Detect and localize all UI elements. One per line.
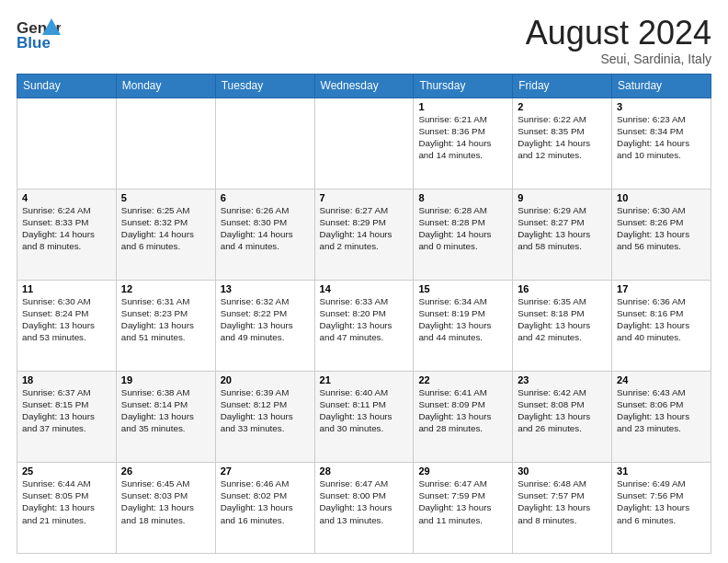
table-row bbox=[314, 98, 414, 189]
day-number: 1 bbox=[418, 101, 507, 112]
month-year: August 2024 bbox=[526, 15, 711, 52]
day-info: Sunrise: 6:22 AM Sunset: 8:35 PM Dayligh… bbox=[518, 113, 607, 162]
svg-text:Blue: Blue bbox=[17, 34, 51, 52]
page: General Blue August 2024 Seui, Sardinia,… bbox=[0, 0, 728, 563]
day-info: Sunrise: 6:37 AM Sunset: 8:15 PM Dayligh… bbox=[22, 386, 111, 435]
header: General Blue August 2024 Seui, Sardinia,… bbox=[17, 15, 711, 66]
day-info: Sunrise: 6:31 AM Sunset: 8:23 PM Dayligh… bbox=[121, 295, 210, 344]
day-info: Sunrise: 6:49 AM Sunset: 7:56 PM Dayligh… bbox=[617, 477, 706, 526]
day-info: Sunrise: 6:35 AM Sunset: 8:18 PM Dayligh… bbox=[518, 295, 607, 344]
day-number: 3 bbox=[617, 101, 706, 112]
col-saturday: Saturday bbox=[612, 74, 711, 98]
day-number: 27 bbox=[221, 465, 310, 477]
table-row: 17Sunrise: 6:36 AM Sunset: 8:16 PM Dayli… bbox=[612, 280, 711, 371]
day-info: Sunrise: 6:26 AM Sunset: 8:30 PM Dayligh… bbox=[221, 204, 310, 253]
table-row: 16Sunrise: 6:35 AM Sunset: 8:18 PM Dayli… bbox=[513, 280, 612, 371]
table-row: 12Sunrise: 6:31 AM Sunset: 8:23 PM Dayli… bbox=[116, 280, 215, 371]
day-number: 24 bbox=[617, 374, 706, 385]
table-row: 25Sunrise: 6:44 AM Sunset: 8:05 PM Dayli… bbox=[17, 462, 117, 553]
table-row bbox=[17, 98, 117, 189]
day-info: Sunrise: 6:32 AM Sunset: 8:22 PM Dayligh… bbox=[221, 295, 310, 344]
day-info: Sunrise: 6:30 AM Sunset: 8:26 PM Dayligh… bbox=[617, 204, 706, 253]
table-row: 9Sunrise: 6:29 AM Sunset: 8:27 PM Daylig… bbox=[513, 189, 612, 280]
day-number: 4 bbox=[22, 192, 111, 203]
table-row: 11Sunrise: 6:30 AM Sunset: 8:24 PM Dayli… bbox=[17, 280, 117, 371]
day-number: 5 bbox=[121, 192, 210, 203]
day-info: Sunrise: 6:46 AM Sunset: 8:02 PM Dayligh… bbox=[221, 477, 310, 526]
calendar-week-row: 11Sunrise: 6:30 AM Sunset: 8:24 PM Dayli… bbox=[17, 280, 711, 371]
day-number: 6 bbox=[221, 192, 310, 203]
day-info: Sunrise: 6:43 AM Sunset: 8:06 PM Dayligh… bbox=[617, 386, 706, 435]
calendar-week-row: 4Sunrise: 6:24 AM Sunset: 8:33 PM Daylig… bbox=[17, 189, 711, 280]
day-number: 29 bbox=[418, 465, 507, 477]
day-info: Sunrise: 6:47 AM Sunset: 8:00 PM Dayligh… bbox=[320, 477, 409, 526]
table-row: 30Sunrise: 6:48 AM Sunset: 7:57 PM Dayli… bbox=[513, 462, 612, 553]
calendar-week-row: 25Sunrise: 6:44 AM Sunset: 8:05 PM Dayli… bbox=[17, 462, 711, 553]
day-number: 30 bbox=[518, 465, 607, 477]
day-number: 2 bbox=[518, 101, 607, 112]
table-row: 23Sunrise: 6:42 AM Sunset: 8:08 PM Dayli… bbox=[513, 371, 612, 462]
day-info: Sunrise: 6:34 AM Sunset: 8:19 PM Dayligh… bbox=[418, 295, 507, 344]
table-row: 20Sunrise: 6:39 AM Sunset: 8:12 PM Dayli… bbox=[215, 371, 314, 462]
day-info: Sunrise: 6:40 AM Sunset: 8:11 PM Dayligh… bbox=[320, 386, 409, 435]
table-row: 6Sunrise: 6:26 AM Sunset: 8:30 PM Daylig… bbox=[215, 189, 314, 280]
col-tuesday: Tuesday bbox=[215, 74, 314, 98]
day-info: Sunrise: 6:33 AM Sunset: 8:20 PM Dayligh… bbox=[320, 295, 409, 344]
day-info: Sunrise: 6:28 AM Sunset: 8:28 PM Dayligh… bbox=[418, 204, 507, 253]
table-row bbox=[116, 98, 215, 189]
day-info: Sunrise: 6:39 AM Sunset: 8:12 PM Dayligh… bbox=[221, 386, 310, 435]
table-row bbox=[215, 98, 314, 189]
col-thursday: Thursday bbox=[414, 74, 513, 98]
col-friday: Friday bbox=[513, 74, 612, 98]
table-row: 13Sunrise: 6:32 AM Sunset: 8:22 PM Dayli… bbox=[215, 280, 314, 371]
table-row: 3Sunrise: 6:23 AM Sunset: 8:34 PM Daylig… bbox=[612, 98, 711, 189]
table-row: 14Sunrise: 6:33 AM Sunset: 8:20 PM Dayli… bbox=[314, 280, 414, 371]
day-number: 11 bbox=[22, 283, 111, 294]
day-number: 28 bbox=[320, 465, 409, 477]
col-wednesday: Wednesday bbox=[314, 74, 414, 98]
day-number: 10 bbox=[617, 192, 706, 203]
table-row: 21Sunrise: 6:40 AM Sunset: 8:11 PM Dayli… bbox=[314, 371, 414, 462]
table-row: 1Sunrise: 6:21 AM Sunset: 8:36 PM Daylig… bbox=[414, 98, 513, 189]
day-info: Sunrise: 6:45 AM Sunset: 8:03 PM Dayligh… bbox=[121, 477, 210, 526]
table-row: 15Sunrise: 6:34 AM Sunset: 8:19 PM Dayli… bbox=[414, 280, 513, 371]
col-sunday: Sunday bbox=[17, 74, 117, 98]
day-number: 26 bbox=[121, 465, 210, 477]
table-row: 5Sunrise: 6:25 AM Sunset: 8:32 PM Daylig… bbox=[116, 189, 215, 280]
calendar-table: Sunday Monday Tuesday Wednesday Thursday… bbox=[17, 74, 711, 554]
day-info: Sunrise: 6:44 AM Sunset: 8:05 PM Dayligh… bbox=[22, 477, 111, 526]
table-row: 26Sunrise: 6:45 AM Sunset: 8:03 PM Dayli… bbox=[116, 462, 215, 553]
table-row: 27Sunrise: 6:46 AM Sunset: 8:02 PM Dayli… bbox=[215, 462, 314, 553]
title-block: August 2024 Seui, Sardinia, Italy bbox=[526, 15, 711, 66]
day-number: 21 bbox=[320, 374, 409, 385]
day-info: Sunrise: 6:30 AM Sunset: 8:24 PM Dayligh… bbox=[22, 295, 111, 344]
table-row: 2Sunrise: 6:22 AM Sunset: 8:35 PM Daylig… bbox=[513, 98, 612, 189]
table-row: 28Sunrise: 6:47 AM Sunset: 8:00 PM Dayli… bbox=[314, 462, 414, 553]
day-info: Sunrise: 6:27 AM Sunset: 8:29 PM Dayligh… bbox=[320, 204, 409, 253]
day-number: 15 bbox=[418, 283, 507, 294]
day-number: 16 bbox=[518, 283, 607, 294]
day-number: 22 bbox=[418, 374, 507, 385]
day-number: 9 bbox=[518, 192, 607, 203]
day-info: Sunrise: 6:29 AM Sunset: 8:27 PM Dayligh… bbox=[518, 204, 607, 253]
day-number: 8 bbox=[418, 192, 507, 203]
day-info: Sunrise: 6:24 AM Sunset: 8:33 PM Dayligh… bbox=[22, 204, 111, 253]
col-monday: Monday bbox=[116, 74, 215, 98]
table-row: 18Sunrise: 6:37 AM Sunset: 8:15 PM Dayli… bbox=[17, 371, 117, 462]
day-number: 25 bbox=[22, 465, 111, 477]
day-info: Sunrise: 6:36 AM Sunset: 8:16 PM Dayligh… bbox=[617, 295, 706, 344]
day-number: 12 bbox=[121, 283, 210, 294]
day-number: 31 bbox=[617, 465, 706, 477]
day-number: 18 bbox=[22, 374, 111, 385]
day-number: 23 bbox=[518, 374, 607, 385]
table-row: 8Sunrise: 6:28 AM Sunset: 8:28 PM Daylig… bbox=[414, 189, 513, 280]
location: Seui, Sardinia, Italy bbox=[526, 52, 711, 66]
calendar-week-row: 1Sunrise: 6:21 AM Sunset: 8:36 PM Daylig… bbox=[17, 98, 711, 189]
calendar-header-row: Sunday Monday Tuesday Wednesday Thursday… bbox=[17, 74, 711, 98]
day-number: 17 bbox=[617, 283, 706, 294]
day-info: Sunrise: 6:47 AM Sunset: 7:59 PM Dayligh… bbox=[418, 477, 507, 526]
table-row: 7Sunrise: 6:27 AM Sunset: 8:29 PM Daylig… bbox=[314, 189, 414, 280]
logo: General Blue bbox=[17, 15, 61, 53]
day-info: Sunrise: 6:41 AM Sunset: 8:09 PM Dayligh… bbox=[418, 386, 507, 435]
table-row: 22Sunrise: 6:41 AM Sunset: 8:09 PM Dayli… bbox=[414, 371, 513, 462]
